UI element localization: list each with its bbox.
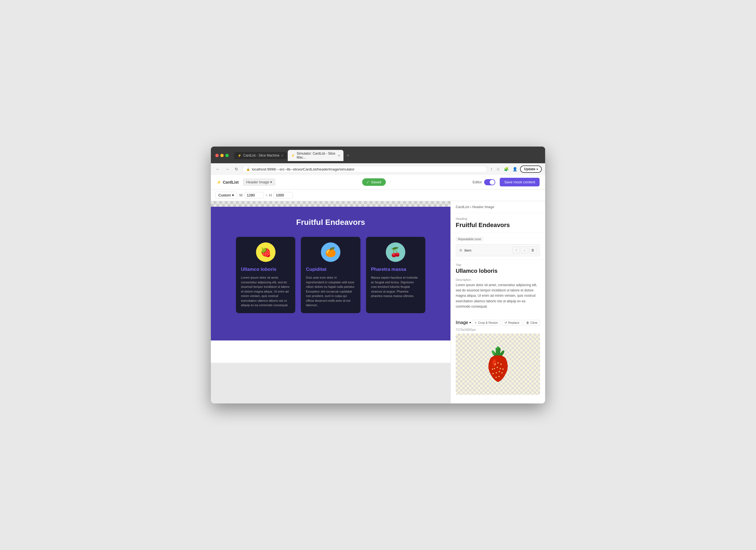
svg-point-11 xyxy=(497,367,498,368)
bookmark-icon[interactable]: ☆ xyxy=(495,166,501,172)
tab-simulator-cardlist[interactable]: ⚡ Simulator: CardList - Slice Mac... ✕ xyxy=(288,150,343,161)
description-field-group: Description Lorem ipsum dolor sit amet, … xyxy=(456,278,540,309)
tab-icon-2: ⚡ xyxy=(291,154,295,157)
extensions-icon[interactable]: 🧩 xyxy=(503,166,510,172)
minimize-button[interactable] xyxy=(220,154,224,157)
card-2: 🍊 Cupiditat Duis aute irure dolor in rep… xyxy=(301,237,360,313)
saved-badge: ✓ Saved xyxy=(362,178,386,186)
svg-point-16 xyxy=(498,376,499,377)
header-image-label: Header Image xyxy=(246,180,269,184)
item-fields: Title Ullamco loboris Description Lorem … xyxy=(451,260,545,317)
replace-button[interactable]: ↺ Replace xyxy=(502,320,522,326)
slice-heading: Fruitful Endeavors xyxy=(219,218,442,227)
card-3-emoji: 🍒 xyxy=(390,247,401,257)
clear-button[interactable]: 🗑 Clear xyxy=(524,320,540,326)
repeatable-zone: Repeatable zone ⊞ Item ↑ ↓ 🗑 xyxy=(451,233,545,260)
tab-label-1: CardList - Slice Machine xyxy=(243,154,279,157)
card-3-image: 🍒 xyxy=(386,242,405,262)
header-image-dropdown[interactable]: Header Image ▾ xyxy=(243,179,275,186)
height-input[interactable] xyxy=(273,192,293,198)
item-delete-button[interactable]: 🗑 xyxy=(529,247,536,254)
main-layout: Fruitful Endeavors 🍓 Ullamco loboris Lor… xyxy=(211,201,545,403)
viewport-controls: Custom ▾ W × H xyxy=(211,189,545,201)
tab-close-2[interactable]: ✕ xyxy=(338,154,340,157)
card-2-image: 🍊 xyxy=(321,242,340,262)
tab-close-1[interactable]: ✕ xyxy=(281,154,283,157)
update-label: Update xyxy=(524,167,535,171)
card-1-image: 🍓 xyxy=(256,242,275,262)
card-1: 🍓 Ullamco loboris Lorem ipsum dolor sit … xyxy=(236,237,295,313)
width-label: W xyxy=(239,193,243,197)
toggle-knob xyxy=(490,180,495,185)
title-field-group: Title Ullamco loboris xyxy=(456,263,540,274)
forward-button[interactable]: → xyxy=(224,166,231,172)
save-mock-button[interactable]: Save mock content xyxy=(500,178,540,186)
viewport-preset-dropdown[interactable]: Custom ▾ xyxy=(215,192,237,199)
app-logo: ⚡ CardList xyxy=(216,180,239,184)
right-panel: CardList • Header Image Heading Fruitful… xyxy=(450,201,545,403)
heading-field-label: Heading xyxy=(456,217,540,220)
maximize-button[interactable] xyxy=(225,154,229,157)
delete-icon: 🗑 xyxy=(531,248,535,252)
clear-label: Clear xyxy=(530,321,538,324)
share-icon[interactable]: ↑ xyxy=(489,166,494,172)
description-field-value: Lorem ipsum dolor sit amet, consectetur … xyxy=(456,283,540,309)
width-group: W × H xyxy=(239,192,293,198)
update-button[interactable]: Update ▾ xyxy=(520,166,542,173)
update-chevron-icon: ▾ xyxy=(536,168,538,171)
image-actions: ⊹ Crop & Resize ↺ Replace 🗑 Clear xyxy=(472,320,540,326)
svg-point-8 xyxy=(498,362,499,363)
editor-toggle-area: Editor xyxy=(472,179,495,185)
item-row: ⊞ Item ↑ ↓ 🗑 xyxy=(456,244,540,256)
card-1-text: Lorem ipsum dolor sit amet, consectetur … xyxy=(241,275,290,308)
svg-point-13 xyxy=(496,372,497,373)
card-2-text: Duis aute irure dolor in reprehenderit i… xyxy=(306,275,355,308)
slice-preview: Fruitful Endeavors 🍓 Ullamco loboris Lor… xyxy=(211,207,450,340)
back-button[interactable]: ← xyxy=(214,166,221,172)
editor-toggle[interactable] xyxy=(484,179,495,185)
tab-cardlist-slice-machine[interactable]: ⚡ CardList - Slice Machine ✕ xyxy=(234,152,287,159)
title-field-label: Title xyxy=(456,263,540,267)
crop-resize-button[interactable]: ⊹ Crop & Resize xyxy=(472,320,500,326)
preset-chevron-icon: ▾ xyxy=(232,193,234,197)
card-2-title: Cupiditat xyxy=(306,266,355,272)
profile-icon[interactable]: 👤 xyxy=(511,166,518,172)
new-tab-button[interactable]: + xyxy=(345,152,352,159)
image-preview xyxy=(456,334,540,395)
image-field-header: Image • ⊹ Crop & Resize ↺ Replace xyxy=(456,320,540,326)
item-move-up-button[interactable]: ↑ xyxy=(513,247,520,254)
card-3: 🍒 Pharetra massa Massa sapien faucibus e… xyxy=(366,237,425,313)
replace-icon: ↺ xyxy=(504,321,507,325)
address-bar[interactable]: 🔒 localhost:9999/.--src--lib--slices/Car… xyxy=(242,166,487,173)
card-1-emoji: 🍓 xyxy=(260,247,271,257)
panel-breadcrumb: CardList • Header Image xyxy=(456,205,540,209)
image-field-label: Image • xyxy=(456,320,471,325)
tab-label-2: Simulator: CardList - Slice Mac... xyxy=(297,152,336,159)
item-move-down-button[interactable]: ↓ xyxy=(521,247,528,254)
width-input[interactable] xyxy=(244,192,264,198)
canvas-content: Fruitful Endeavors 🍓 Ullamco loboris Lor… xyxy=(211,207,450,363)
header-image-chevron-icon: ▾ xyxy=(270,180,272,184)
panel-header: CardList • Header Image xyxy=(451,201,545,213)
app-name: CardList xyxy=(223,180,239,184)
check-icon: ✓ xyxy=(367,180,369,184)
image-dimensions: 7173x10041px xyxy=(456,328,540,331)
svg-point-6 xyxy=(492,359,496,367)
strawberry-image xyxy=(479,342,518,386)
down-arrow-icon: ↓ xyxy=(524,248,525,252)
crop-icon: ⊹ xyxy=(474,321,477,325)
app-header: ⚡ CardList Header Image ▾ ✓ Saved Editor… xyxy=(211,175,545,189)
url-text: localhost:9999/.--src--lib--slices/CardL… xyxy=(252,167,354,171)
canvas-area: Fruitful Endeavors 🍓 Ullamco loboris Lor… xyxy=(211,201,450,403)
item-actions: ↑ ↓ 🗑 xyxy=(513,247,536,254)
toolbar-actions: ↑ ☆ 🧩 👤 Update ▾ xyxy=(489,166,542,173)
saved-label: Saved xyxy=(371,180,381,184)
crop-resize-label: Crop & Resize xyxy=(478,321,498,324)
browser-titlebar: ⚡ CardList - Slice Machine ✕ ⚡ Simulator… xyxy=(211,147,545,163)
title-field-value: Ullamco loboris xyxy=(456,268,540,274)
cards-grid: 🍓 Ullamco loboris Lorem ipsum dolor sit … xyxy=(236,237,425,313)
canvas-bottom xyxy=(211,340,450,363)
svg-point-14 xyxy=(499,371,500,372)
refresh-button[interactable]: ↻ xyxy=(233,166,240,172)
close-button[interactable] xyxy=(215,154,219,157)
